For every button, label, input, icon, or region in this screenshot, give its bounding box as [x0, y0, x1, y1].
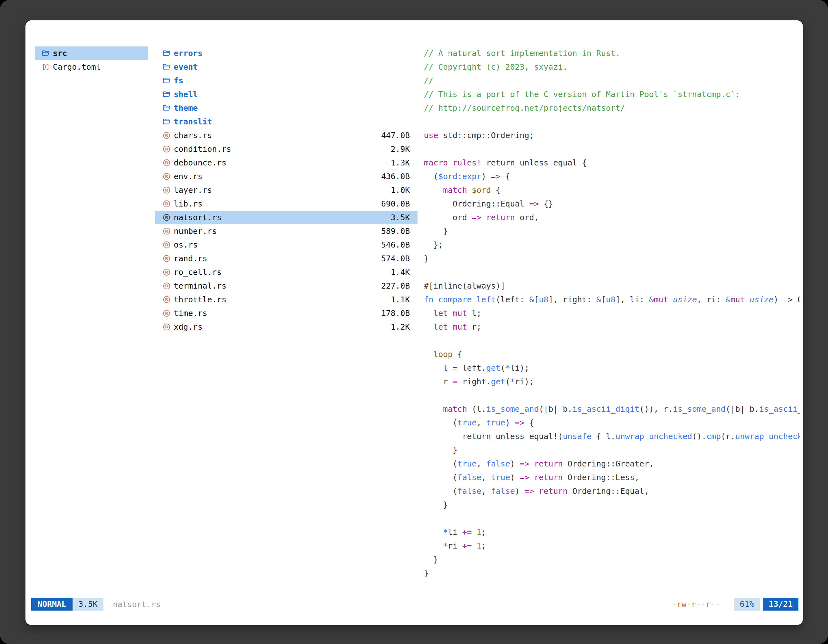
file-item-row[interactable]: Rthrottle.rs1.1K [155, 293, 417, 306]
svg-text:R: R [165, 188, 168, 193]
file-item-row[interactable]: Rcondition.rs2.9K [155, 142, 417, 156]
file-name: Cargo.toml [53, 63, 101, 72]
code-line: *ri += 1; [424, 539, 800, 553]
code-line: *li += 1; [424, 525, 800, 539]
file-name: condition.rs [174, 144, 231, 154]
rust-file-icon: R [162, 131, 171, 140]
file-item-row[interactable]: fs [155, 74, 417, 88]
code-line: #[inline(always)] [424, 279, 800, 293]
file-size: 178.0B [381, 309, 410, 318]
code-line: (false, true) => return Ordering::Less, [424, 471, 800, 484]
file-item-row[interactable]: Rnumber.rs589.0B [155, 224, 417, 238]
file-size: 1.0K [391, 185, 410, 195]
file-item-row[interactable]: Renv.rs436.0B [155, 169, 417, 183]
svg-text:R: R [165, 324, 168, 329]
file-item-row[interactable]: Rterminal.rs227.0B [155, 279, 417, 293]
code-line [424, 334, 800, 348]
code-line: (true, true) => { [424, 416, 800, 429]
rust-file-icon: R [162, 282, 171, 290]
file-size: 227.0B [381, 281, 410, 290]
cursor-position: 13/21 [763, 598, 798, 611]
rust-file-icon: R [162, 254, 171, 263]
code-line [424, 115, 800, 128]
code-line: loop { [424, 348, 800, 361]
file-size: 1.3K [391, 158, 410, 168]
rust-file-icon: R [162, 309, 171, 318]
code-line: } [424, 566, 800, 580]
file-name: debounce.rs [174, 158, 227, 168]
code-line [424, 265, 800, 279]
file-size: 1.4K [391, 268, 410, 277]
file-item-row[interactable]: event [155, 60, 417, 74]
file-name: xdg.rs [174, 322, 202, 332]
desktop-background: srcTCargo.toml errorseventfsshellthemetr… [0, 0, 828, 644]
code-line: // http://sourcefrog.net/projects/natsor… [424, 101, 800, 115]
file-name: layer.rs [174, 185, 212, 195]
code-line: let mut r; [424, 320, 800, 334]
file-name: terminal.rs [174, 281, 227, 290]
code-line: match $ord { [424, 183, 800, 197]
file-size-badge: 3.5K [72, 598, 103, 611]
file-item-row[interactable]: Rtime.rs178.0B [155, 306, 417, 320]
file-item-row[interactable]: Rchars.rs447.0B [155, 128, 417, 142]
status-filename: natsort.rs [113, 600, 161, 609]
file-name: src [53, 49, 67, 58]
rust-file-icon: R [162, 227, 171, 235]
file-size: 574.0B [381, 254, 410, 263]
file-size: 1.2K [391, 322, 410, 332]
svg-text:R: R [165, 201, 168, 206]
svg-text:R: R [165, 256, 168, 261]
code-line: } [424, 498, 800, 512]
current-pane: errorseventfsshellthemetranslitRchars.rs… [155, 47, 417, 334]
code-line: macro_rules! return_unless_equal { [424, 156, 800, 169]
file-size: 3.5K [391, 213, 410, 222]
svg-text:R: R [165, 147, 168, 152]
folder-icon [162, 76, 171, 85]
folder-icon [162, 49, 171, 58]
svg-text:R: R [165, 284, 168, 288]
scroll-percent: 61% [734, 598, 760, 611]
file-item-row[interactable]: Rlib.rs690.0B [155, 197, 417, 211]
file-item-row[interactable]: Rro_cell.rs1.4K [155, 265, 417, 279]
file-name: throttle.rs [174, 295, 227, 304]
code-line: // Copyright (c) 2023, sxyazi. [424, 60, 800, 74]
code-line: }; [424, 238, 800, 252]
rust-file-icon: R [162, 186, 171, 194]
status-right: -rw-r--r-- 61% 13/21 [672, 598, 798, 611]
file-size: 690.0B [381, 199, 410, 208]
code-line: return_unless_equal!(unsafe { l.unwrap_u… [424, 429, 800, 443]
parent-item-row[interactable]: src [35, 47, 148, 60]
file-name: rand.rs [174, 254, 207, 263]
file-item-row[interactable]: theme [155, 101, 417, 115]
rust-file-icon: R [162, 213, 171, 222]
code-line: use std::cmp::Ordering; [424, 128, 800, 142]
file-item-row[interactable]: Rdebounce.rs1.3K [155, 156, 417, 169]
code-line [424, 512, 800, 525]
file-item-row[interactable]: Ros.rs546.0B [155, 238, 417, 252]
file-size: 589.0B [381, 227, 410, 236]
file-name: ro_cell.rs [174, 268, 222, 277]
file-item-row[interactable]: Rrand.rs574.0B [155, 252, 417, 265]
code-line: ($ord:expr) => { [424, 169, 800, 183]
file-name: theme [174, 103, 198, 113]
file-name: shell [174, 90, 198, 99]
file-name: env.rs [174, 172, 202, 181]
parent-item-row[interactable]: TCargo.toml [35, 60, 148, 74]
svg-text:R: R [165, 133, 168, 138]
rust-file-icon: R [162, 158, 171, 167]
toml-file-icon: T [41, 63, 50, 71]
file-item-row[interactable]: Rlayer.rs1.0K [155, 183, 417, 197]
file-item-row[interactable]: Rnatsort.rs3.5K [155, 211, 417, 224]
file-item-row[interactable]: shell [155, 88, 417, 101]
parent-pane: srcTCargo.toml [35, 47, 148, 74]
code-line: let mut l; [424, 306, 800, 320]
rust-file-icon: R [162, 172, 171, 181]
code-line: } [424, 252, 800, 265]
file-item-row[interactable]: errors [155, 47, 417, 60]
file-item-row[interactable]: Rxdg.rs1.2K [155, 320, 417, 334]
file-item-row[interactable]: translit [155, 115, 417, 128]
svg-text:R: R [165, 243, 168, 247]
code-line: } [424, 224, 800, 238]
folder-icon [162, 63, 171, 71]
code-line: fn compare_left(left: &[u8], right: &[u8… [424, 293, 800, 306]
